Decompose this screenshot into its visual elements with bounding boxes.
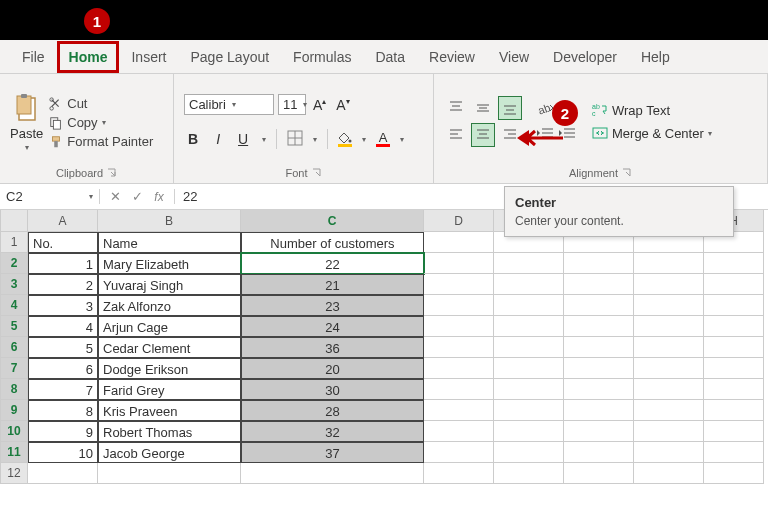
tab-data[interactable]: Data	[363, 41, 417, 73]
cell-A7[interactable]: 6	[28, 358, 98, 379]
row-header-7[interactable]: 7	[0, 358, 28, 379]
align-top-button[interactable]	[444, 96, 468, 120]
cell-H11[interactable]	[704, 442, 764, 463]
cell-G2[interactable]	[634, 253, 704, 274]
cell-F6[interactable]	[564, 337, 634, 358]
wrap-text-button[interactable]: abc Wrap Text	[592, 103, 712, 118]
cell-F7[interactable]	[564, 358, 634, 379]
launcher-icon[interactable]	[107, 168, 117, 178]
cell-C11[interactable]: 37	[241, 442, 424, 463]
select-all-corner[interactable]	[0, 210, 28, 232]
cell-C3[interactable]: 21	[241, 274, 424, 295]
cell-C4[interactable]: 23	[241, 295, 424, 316]
cell-F3[interactable]	[564, 274, 634, 295]
row-header-12[interactable]: 12	[0, 463, 28, 484]
increase-font-button[interactable]: A▴	[310, 97, 329, 113]
cell-A1[interactable]: No.	[28, 232, 98, 253]
cell-F9[interactable]	[564, 400, 634, 421]
align-left-button[interactable]	[444, 123, 468, 147]
cell-B12[interactable]	[98, 463, 241, 484]
cell-H6[interactable]	[704, 337, 764, 358]
font-name-dropdown[interactable]: Calibri▾	[184, 94, 274, 115]
row-header-10[interactable]: 10	[0, 421, 28, 442]
cell-C2[interactable]: 22	[241, 253, 424, 274]
cell-D6[interactable]	[424, 337, 494, 358]
underline-button[interactable]: U	[234, 131, 252, 147]
cell-G12[interactable]	[634, 463, 704, 484]
cell-F4[interactable]	[564, 295, 634, 316]
cell-B3[interactable]: Yuvaraj Singh	[98, 274, 241, 295]
bold-button[interactable]: B	[184, 131, 202, 147]
cell-H8[interactable]	[704, 379, 764, 400]
row-header-3[interactable]: 3	[0, 274, 28, 295]
cell-E10[interactable]	[494, 421, 564, 442]
row-header-1[interactable]: 1	[0, 232, 28, 253]
fx-icon[interactable]: fx	[152, 190, 166, 204]
worksheet-grid[interactable]: 123456789101112 ABCDEFGH No.NameNumber o…	[0, 210, 768, 484]
cell-D8[interactable]	[424, 379, 494, 400]
cell-D3[interactable]	[424, 274, 494, 295]
cell-D10[interactable]	[424, 421, 494, 442]
font-color-button[interactable]: A	[376, 132, 390, 147]
cell-H7[interactable]	[704, 358, 764, 379]
cell-A10[interactable]: 9	[28, 421, 98, 442]
cell-E4[interactable]	[494, 295, 564, 316]
col-header-A[interactable]: A	[28, 210, 98, 232]
cell-G8[interactable]	[634, 379, 704, 400]
row-header-4[interactable]: 4	[0, 295, 28, 316]
launcher-icon[interactable]	[312, 168, 322, 178]
cell-B9[interactable]: Kris Praveen	[98, 400, 241, 421]
decrease-font-button[interactable]: A▾	[333, 97, 352, 113]
cell-C1[interactable]: Number of customers	[241, 232, 424, 253]
cell-A6[interactable]: 5	[28, 337, 98, 358]
row-header-9[interactable]: 9	[0, 400, 28, 421]
cell-A9[interactable]: 8	[28, 400, 98, 421]
cell-F10[interactable]	[564, 421, 634, 442]
cell-E8[interactable]	[494, 379, 564, 400]
cell-H9[interactable]	[704, 400, 764, 421]
cell-A8[interactable]: 7	[28, 379, 98, 400]
row-header-2[interactable]: 2	[0, 253, 28, 274]
cell-D1[interactable]	[424, 232, 494, 253]
accept-formula-icon[interactable]: ✓	[130, 189, 144, 204]
cell-E12[interactable]	[494, 463, 564, 484]
cell-D9[interactable]	[424, 400, 494, 421]
cell-F5[interactable]	[564, 316, 634, 337]
row-header-8[interactable]: 8	[0, 379, 28, 400]
cell-A5[interactable]: 4	[28, 316, 98, 337]
col-header-D[interactable]: D	[424, 210, 494, 232]
format-painter-button[interactable]: Format Painter	[49, 134, 153, 149]
cell-B2[interactable]: Mary Elizabeth	[98, 253, 241, 274]
cell-F2[interactable]	[564, 253, 634, 274]
cell-B4[interactable]: Zak Alfonzo	[98, 295, 241, 316]
cell-A2[interactable]: 1	[28, 253, 98, 274]
cell-F8[interactable]	[564, 379, 634, 400]
font-size-dropdown[interactable]: 11▾	[278, 94, 306, 115]
cell-D12[interactable]	[424, 463, 494, 484]
cell-B8[interactable]: Farid Grey	[98, 379, 241, 400]
cell-B7[interactable]: Dodge Erikson	[98, 358, 241, 379]
cell-C5[interactable]: 24	[241, 316, 424, 337]
cell-E11[interactable]	[494, 442, 564, 463]
fill-color-button[interactable]	[338, 132, 352, 147]
cell-E6[interactable]	[494, 337, 564, 358]
cell-B11[interactable]: Jacob George	[98, 442, 241, 463]
cell-E9[interactable]	[494, 400, 564, 421]
col-header-C[interactable]: C	[241, 210, 424, 232]
cell-C6[interactable]: 36	[241, 337, 424, 358]
cell-D11[interactable]	[424, 442, 494, 463]
cell-F11[interactable]	[564, 442, 634, 463]
cell-G6[interactable]	[634, 337, 704, 358]
cancel-formula-icon[interactable]: ✕	[108, 189, 122, 204]
cell-C10[interactable]: 32	[241, 421, 424, 442]
cell-E3[interactable]	[494, 274, 564, 295]
row-header-5[interactable]: 5	[0, 316, 28, 337]
cell-G4[interactable]	[634, 295, 704, 316]
cell-D2[interactable]	[424, 253, 494, 274]
cell-E2[interactable]	[494, 253, 564, 274]
cell-E5[interactable]	[494, 316, 564, 337]
row-header-11[interactable]: 11	[0, 442, 28, 463]
cell-B6[interactable]: Cedar Clement	[98, 337, 241, 358]
copy-button[interactable]: Copy ▾	[49, 115, 153, 130]
name-box[interactable]: C2▾	[0, 189, 100, 204]
